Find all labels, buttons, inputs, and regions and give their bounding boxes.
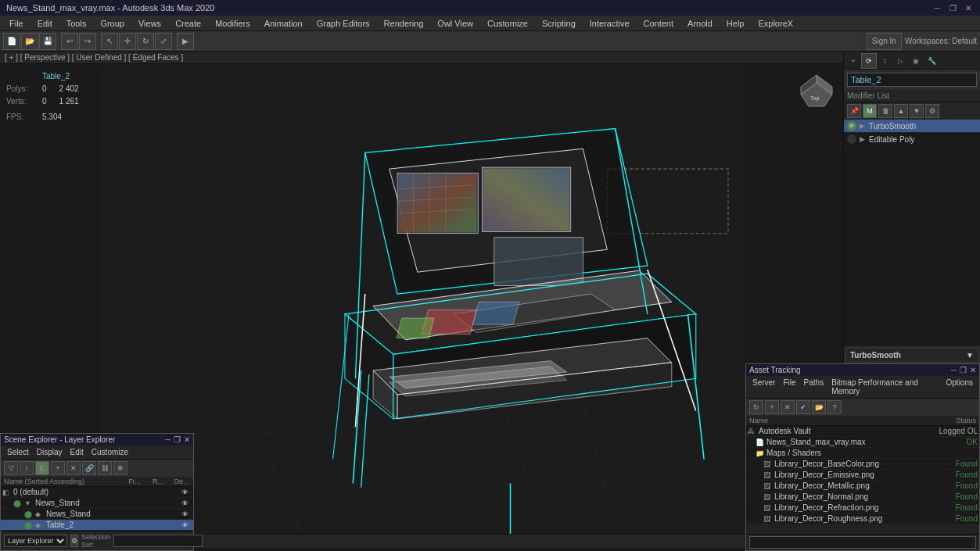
render-btn[interactable]: ▶ (177, 33, 194, 50)
undo-btn[interactable]: ↩ (61, 33, 78, 50)
mod-modify-icon[interactable]: M (863, 104, 877, 118)
restore-btn[interactable]: ❐ (947, 2, 958, 13)
mod-move-down-icon[interactable]: ▼ (910, 104, 924, 118)
menu-item-group[interactable]: Group (94, 17, 131, 30)
object-name-field[interactable] (847, 73, 977, 87)
se-add-layer-btn[interactable]: + (51, 461, 65, 475)
modifier-turbosmooth[interactable]: 👁 ▶ TurboSmooth (844, 120, 980, 133)
at-minimize-btn[interactable]: ─ (951, 366, 957, 374)
open-btn[interactable]: 📂 (21, 33, 38, 50)
ts-collapse-icon[interactable]: ▼ (966, 351, 974, 360)
menu-item-customize[interactable]: Customize (481, 17, 534, 30)
at-close-btn[interactable]: ✕ (970, 366, 976, 374)
rp-tab-motion[interactable]: ▷ (892, 53, 908, 69)
menu-item-tools[interactable]: Tools (60, 17, 93, 30)
at-row-1[interactable]: 📄News_Stand_max_vray.maxOK (746, 437, 979, 448)
at-row-6[interactable]: 🖼Library_Decor_Normal.pngFound (746, 492, 979, 503)
menu-item-create[interactable]: Create (169, 17, 207, 30)
at-row-2[interactable]: 📁Maps / Shaders (746, 448, 979, 459)
navigation-cube[interactable]: Top (793, 67, 840, 114)
at-menu-server[interactable]: Server (749, 377, 778, 396)
at-row-5[interactable]: 🖼Library_Decor_Metallic.pngFound (746, 481, 979, 492)
expand-icon-t2[interactable]: ◆ (35, 521, 46, 529)
at-add-btn[interactable]: + (765, 400, 779, 414)
se-freeze-btn[interactable]: ❄ (113, 461, 127, 475)
se-menu-customize[interactable]: Customize (88, 447, 131, 457)
move-btn[interactable]: ✛ (119, 33, 136, 50)
menu-item-explorex[interactable]: ExploreX (752, 17, 799, 30)
mod-delete-icon[interactable]: 🗑 (878, 104, 892, 118)
at-resolve-btn[interactable]: ✔ (796, 400, 810, 414)
select-btn[interactable]: ↖ (101, 33, 118, 50)
rotate-btn[interactable]: ↻ (137, 33, 154, 50)
expand-icon-ns[interactable]: ▼ (24, 499, 35, 507)
save-btn[interactable]: 💾 (39, 33, 56, 50)
rp-tab-hierarchy[interactable]: ⟟ (877, 53, 892, 69)
close-btn[interactable]: ✕ (963, 2, 974, 13)
se-sort-btn[interactable]: ↕ (20, 461, 34, 475)
se-menu-select[interactable]: Select (4, 447, 32, 457)
menu-item-owl-view[interactable]: Owl View (431, 17, 479, 30)
se-row-table2[interactable]: ⬤ ◆ Table_2 👁 (1, 520, 193, 531)
menu-item-scripting[interactable]: Scripting (536, 17, 582, 30)
se-row-0default[interactable]: ◧ 0 (default) 👁 (1, 487, 193, 498)
menu-item-edit[interactable]: Edit (31, 17, 59, 30)
at-scrollbar[interactable] (746, 524, 979, 534)
menu-item-interactive[interactable]: Interactive (583, 17, 636, 30)
mod-expand-editablepoly[interactable]: ▶ (860, 135, 867, 143)
at-remove-btn[interactable]: ✕ (781, 400, 795, 414)
se-minimize-btn[interactable]: ─ (165, 435, 171, 444)
se-menu-edit[interactable]: Edit (67, 447, 87, 457)
minimize-btn[interactable]: ─ (932, 2, 942, 13)
se-explorer-select[interactable]: Layer Explorer (4, 535, 67, 547)
mod-move-up-icon[interactable]: ▲ (894, 104, 908, 118)
se-menu-display[interactable]: Display (34, 447, 66, 457)
se-filter-btn[interactable]: ▽ (4, 461, 18, 475)
at-menu-options[interactable]: Options (943, 377, 976, 396)
at-help-btn[interactable]: ? (827, 400, 842, 414)
se-maximize-btn[interactable]: ❐ (174, 435, 181, 444)
rp-tab-modify[interactable]: ⟳ (861, 53, 877, 69)
se-settings-btn[interactable]: ⚙ (70, 535, 78, 547)
se-row-newsstand-mesh[interactable]: ⬤ ◆ News_Stand 👁 (1, 509, 193, 520)
at-search-input[interactable] (749, 536, 976, 549)
mod-eye-editablepoly[interactable] (847, 134, 856, 144)
at-menu-file[interactable]: File (780, 377, 799, 396)
menu-item-animation[interactable]: Animation (258, 17, 309, 30)
new-btn[interactable]: 📄 (3, 33, 20, 50)
at-row-7[interactable]: 🖼Library_Decor_Refraction.pngFound (746, 503, 979, 513)
se-link-btn[interactable]: 🔗 (82, 461, 96, 475)
se-unlink-btn[interactable]: ⛓ (98, 461, 112, 475)
at-browse-btn[interactable]: 📂 (812, 400, 826, 414)
redo-btn[interactable]: ↪ (79, 33, 96, 50)
mod-expand-turbosmooth[interactable]: ▶ (860, 122, 867, 130)
at-refresh-btn[interactable]: ↻ (749, 400, 763, 414)
menu-item-rendering[interactable]: Rendering (378, 17, 430, 30)
menu-item-content[interactable]: Content (637, 17, 680, 30)
menu-item-graph-editors[interactable]: Graph Editors (311, 17, 376, 30)
menu-item-file[interactable]: File (3, 17, 30, 30)
rp-tab-create[interactable]: + (845, 53, 861, 69)
menu-item-arnold[interactable]: Arnold (681, 17, 719, 30)
se-row-newsstand[interactable]: ⬤ ▼ News_Stand 👁 (1, 498, 193, 509)
mod-eye-turbosmooth[interactable]: 👁 (847, 121, 856, 131)
scale-btn[interactable]: ⤢ (155, 33, 172, 50)
at-row-4[interactable]: 🖼Library_Decor_Emissive.pngFound (746, 470, 979, 481)
sign-in-btn[interactable]: Sign In (867, 33, 902, 50)
ts-header[interactable]: TurboSmooth ▼ (847, 349, 977, 361)
se-delete-btn[interactable]: ✕ (66, 461, 81, 475)
at-menu-paths[interactable]: Paths (801, 377, 827, 396)
mod-pin-icon[interactable]: 📌 (847, 104, 861, 118)
at-menu-bitmap[interactable]: Bitmap Performance and Memory (828, 377, 941, 396)
mod-config-icon[interactable]: ⚙ (925, 104, 939, 118)
rp-tab-display[interactable]: ◉ (908, 53, 924, 69)
menu-item-views[interactable]: Views (132, 17, 167, 30)
at-row-3[interactable]: 🖼Library_Decor_BaseColor.pngFound (746, 459, 979, 470)
se-layer-btn[interactable]: L (35, 461, 49, 475)
se-close-btn[interactable]: ✕ (184, 435, 190, 444)
at-maximize-btn[interactable]: ❐ (960, 366, 967, 374)
rp-tab-utilities[interactable]: 🔧 (924, 53, 939, 69)
menu-item-modifiers[interactable]: Modifiers (209, 17, 257, 30)
menu-item-help[interactable]: Help (720, 17, 751, 30)
at-row-0[interactable]: 🖧Autodesk VaultLogged OL (746, 426, 979, 437)
